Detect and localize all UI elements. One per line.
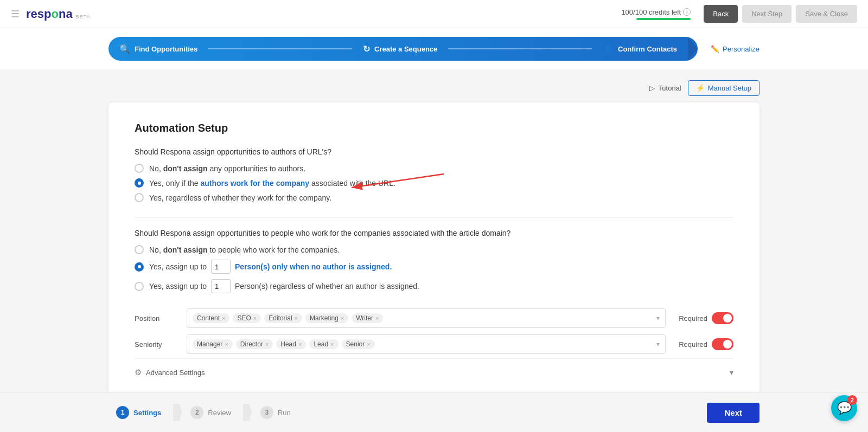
section1-question: Should Respona assign opportunities to a… — [135, 147, 733, 156]
tag-editorial-close[interactable]: × — [295, 315, 298, 321]
next-button[interactable]: Next — [707, 403, 760, 415]
tag-head-close[interactable]: × — [298, 341, 302, 347]
tag-marketing[interactable]: Marketing × — [305, 313, 348, 323]
step-label-review: Review — [208, 409, 231, 415]
tag-manager[interactable]: Manager × — [193, 339, 233, 349]
footer-step-review[interactable]: 2 Review — [183, 402, 242, 414]
step-confirm-contacts[interactable]: 👤 Confirm Contacts — [592, 44, 688, 54]
tag-marketing-close[interactable]: × — [341, 315, 344, 321]
section1-radio-group: No, don't assign any opportunities to au… — [135, 164, 733, 202]
tag-editorial[interactable]: Editorial × — [264, 313, 302, 323]
credits-text: 100/100 credits left — [621, 8, 681, 16]
progress-divider-2 — [448, 48, 592, 49]
position-required-group: Required — [674, 312, 733, 324]
advanced-settings-row[interactable]: ⚙ Advanced Settings ▾ — [135, 358, 733, 382]
radio-yes-regardless-circle[interactable] — [135, 193, 144, 202]
chevron-down-icon: ▾ — [730, 368, 733, 377]
progress-track: 🔍 Find Opportunities ↻ Create a Sequence… — [108, 37, 698, 61]
step-num-3: 3 — [260, 406, 273, 414]
step-list: 1 Settings 2 Review 3 Run — [108, 402, 302, 414]
radio-no-assign-company[interactable]: No, don't assign to people who work for … — [135, 245, 733, 254]
main-content: ▷ Tutorial ⚡ Manual Setup Automation Set… — [0, 69, 868, 414]
step-personalize[interactable]: ✏️ Personalize — [698, 45, 760, 53]
manual-icon: ⚡ — [696, 84, 705, 92]
chat-bubble[interactable]: 💬 2 — [831, 395, 857, 414]
footer-step-settings[interactable]: 1 Settings — [108, 402, 172, 414]
step-label-run: Run — [278, 409, 291, 415]
toolbar-row: ▷ Tutorial ⚡ Manual Setup — [108, 80, 760, 96]
radio-yes-assign-up-to-circle[interactable] — [135, 262, 144, 272]
card-title: Automation Setup — [135, 122, 733, 134]
personalize-icon: ✏️ — [711, 45, 719, 53]
section-divider — [135, 217, 733, 218]
seniority-required-group: Required — [674, 338, 733, 350]
tag-director-close[interactable]: × — [265, 341, 269, 347]
tag-writer-close[interactable]: × — [375, 315, 379, 321]
seniority-field-row: Seniority Manager × Director × Head × Le… — [135, 334, 733, 354]
manual-setup-button[interactable]: ⚡ Manual Setup — [688, 80, 760, 96]
tag-seo-close[interactable]: × — [253, 315, 257, 321]
position-select-arrow: ▾ — [656, 314, 660, 322]
radio-yes-assign-regardless-circle[interactable] — [135, 282, 144, 291]
position-select[interactable]: Content × SEO × Editorial × Marketing × … — [187, 308, 666, 328]
step-label-settings: Settings — [133, 409, 161, 415]
tag-writer[interactable]: Writer × — [352, 313, 383, 323]
tag-content-close[interactable]: × — [222, 315, 225, 321]
seniority-label: Seniority — [135, 340, 178, 349]
play-icon: ▷ — [649, 84, 655, 92]
radio-no-assign-circle[interactable] — [135, 164, 144, 173]
credits-bar-fill — [636, 18, 691, 20]
menu-icon[interactable]: ☰ — [11, 8, 20, 20]
header: ☰ respona BETA 100/100 credits left i Ba… — [0, 0, 868, 28]
tag-senior[interactable]: Senior × — [342, 339, 375, 349]
credits-display: 100/100 credits left i — [621, 8, 691, 20]
tag-senior-close[interactable]: × — [367, 341, 370, 347]
radio-no-assign-company-circle[interactable] — [135, 245, 144, 254]
step-find-opportunities[interactable]: 🔍 Find Opportunities — [108, 44, 208, 54]
tag-lead-close[interactable]: × — [330, 341, 334, 347]
seniority-required-toggle[interactable] — [712, 338, 733, 350]
credits-bar — [636, 18, 691, 20]
credits-info-icon[interactable]: i — [683, 8, 691, 16]
tag-seo[interactable]: SEO × — [233, 313, 261, 323]
tag-head[interactable]: Head × — [276, 339, 306, 349]
back-button[interactable]: Back — [704, 5, 738, 23]
radio-yes-company-circle[interactable] — [135, 178, 144, 188]
chat-badge: 2 — [847, 395, 857, 405]
logo-text: respona — [26, 7, 73, 21]
advanced-settings-label: Advanced Settings — [146, 369, 205, 377]
position-label: Position — [135, 314, 178, 323]
radio-yes-assign-regardless[interactable]: Yes, assign up to Person(s) regardless o… — [135, 279, 733, 293]
seniority-required-label: Required — [679, 340, 707, 349]
step-create-sequence[interactable]: ↻ Create a Sequence — [352, 44, 448, 54]
logo-beta: BETA — [76, 14, 91, 20]
tutorial-button[interactable]: ▷ Tutorial — [649, 84, 681, 92]
progress-bar-container: 🔍 Find Opportunities ↻ Create a Sequence… — [0, 28, 868, 69]
position-field-row: Position Content × SEO × Editorial × Mar… — [135, 308, 733, 328]
progress-divider-1 — [208, 48, 352, 49]
section2-question: Should Respona assign opportunities to p… — [135, 229, 733, 237]
red-arrow-annotation — [341, 169, 449, 196]
position-required-toggle[interactable] — [712, 312, 733, 324]
logo: respona BETA — [26, 7, 90, 21]
automation-setup-card: Automation Setup Should Respona assign o… — [108, 102, 760, 403]
progress-arrow — [688, 37, 698, 61]
seniority-select-arrow: ▾ — [656, 340, 660, 348]
radio-yes-company[interactable]: Yes, only if the authors work for the co… — [135, 178, 733, 188]
sequence-icon: ↻ — [363, 44, 370, 54]
section-authors: Should Respona assign opportunities to a… — [135, 147, 733, 202]
seniority-select[interactable]: Manager × Director × Head × Lead × Senio… — [187, 334, 666, 354]
footer-step-run[interactable]: 3 Run — [253, 402, 302, 414]
tag-manager-close[interactable]: × — [225, 341, 228, 347]
footer: 1 Settings 2 Review 3 Run Next — [0, 392, 868, 414]
assign-up-to-number-2[interactable] — [211, 279, 231, 293]
tag-lead[interactable]: Lead × — [309, 339, 338, 349]
tag-content[interactable]: Content × — [193, 313, 229, 323]
save-close-button[interactable]: Save & Close — [796, 5, 857, 23]
next-step-button[interactable]: Next Step — [742, 5, 792, 23]
section-companies: Should Respona assign opportunities to p… — [135, 229, 733, 293]
tag-director[interactable]: Director × — [236, 339, 273, 349]
assign-up-to-number-1[interactable] — [211, 260, 231, 274]
radio-yes-assign-up-to[interactable]: Yes, assign up to Person(s) only when no… — [135, 260, 733, 274]
step-num-2: 2 — [190, 406, 203, 414]
